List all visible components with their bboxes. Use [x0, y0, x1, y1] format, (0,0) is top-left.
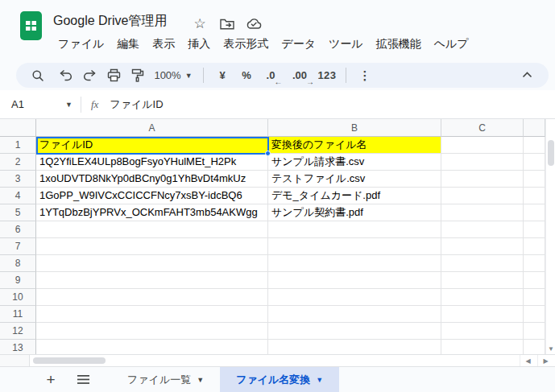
- cell[interactable]: [36, 289, 268, 306]
- column-header-C[interactable]: C: [441, 119, 524, 137]
- row-header-2[interactable]: 2: [0, 154, 36, 171]
- format-currency-button[interactable]: ¥: [210, 65, 234, 86]
- menu-item-3[interactable]: 挿入: [181, 35, 217, 54]
- cloud-saved-icon[interactable]: [246, 15, 262, 31]
- cell[interactable]: [36, 238, 268, 255]
- cell[interactable]: サンプル請求書.csv: [268, 154, 441, 171]
- cell[interactable]: [36, 221, 268, 238]
- sheet-tab-0[interactable]: ファイル一覧▼: [111, 367, 220, 392]
- column-header-partial[interactable]: [524, 119, 545, 137]
- cell[interactable]: [268, 289, 441, 306]
- cell[interactable]: [441, 306, 524, 323]
- cell[interactable]: [36, 340, 268, 354]
- cell[interactable]: デモ_タイムカード.pdf: [268, 188, 441, 204]
- row-header-13[interactable]: 13: [0, 340, 36, 354]
- sheet-tab-1[interactable]: ファイル名変換▼: [220, 367, 339, 392]
- menu-item-5[interactable]: データ: [275, 35, 322, 54]
- all-sheets-button[interactable]: [71, 367, 95, 392]
- menu-item-7[interactable]: 拡張機能: [370, 35, 428, 54]
- vertical-scrollbar[interactable]: ▼: [545, 119, 555, 354]
- row-header-11[interactable]: 11: [0, 306, 36, 323]
- cell[interactable]: [524, 238, 545, 255]
- cell[interactable]: [268, 323, 441, 340]
- cell[interactable]: ファイルID: [36, 137, 268, 154]
- print-button[interactable]: [101, 65, 126, 86]
- row-header-12[interactable]: 12: [0, 323, 36, 340]
- row-header-10[interactable]: 10: [0, 289, 36, 306]
- cell[interactable]: [441, 204, 524, 221]
- cell[interactable]: [524, 306, 545, 323]
- row-header-9[interactable]: 9: [0, 272, 36, 289]
- cell[interactable]: [441, 272, 524, 289]
- format-percent-button[interactable]: %: [234, 65, 259, 86]
- menu-item-4[interactable]: 表示形式: [217, 35, 275, 54]
- formula-input[interactable]: ファイルID: [110, 97, 163, 112]
- menu-item-0[interactable]: ファイル: [52, 35, 110, 54]
- cell[interactable]: [441, 154, 524, 171]
- menu-item-1[interactable]: 編集: [110, 35, 146, 54]
- cell[interactable]: [524, 272, 545, 289]
- column-header-B[interactable]: B: [268, 119, 441, 137]
- cell[interactable]: [524, 137, 545, 154]
- cell[interactable]: [441, 188, 524, 204]
- document-title[interactable]: Google Drive管理用: [53, 13, 167, 30]
- row-header-5[interactable]: 5: [0, 204, 36, 221]
- row-header-8[interactable]: 8: [0, 255, 36, 272]
- star-icon[interactable]: ☆: [192, 15, 208, 31]
- cell[interactable]: 1YTqDbzBjYPRVx_OCKmFAHT3mb54AKWgg: [36, 204, 268, 221]
- cell[interactable]: [441, 238, 524, 255]
- decrease-decimal-button[interactable]: .0←: [259, 65, 283, 86]
- search-button[interactable]: [23, 65, 53, 86]
- cell[interactable]: [36, 255, 268, 272]
- cell[interactable]: [441, 255, 524, 272]
- row-header-3[interactable]: 3: [0, 171, 36, 188]
- cell[interactable]: [524, 255, 545, 272]
- select-all-corner[interactable]: [0, 119, 36, 137]
- row-header-1[interactable]: 1: [0, 137, 36, 154]
- cell[interactable]: [268, 221, 441, 238]
- cell[interactable]: [268, 272, 441, 289]
- horizontal-scrollbar-thumb[interactable]: [33, 357, 106, 364]
- scroll-right-icon[interactable]: ▶: [537, 355, 553, 366]
- cell[interactable]: [524, 221, 545, 238]
- cell[interactable]: [36, 323, 268, 340]
- cell[interactable]: [524, 154, 545, 171]
- add-sheet-button[interactable]: +: [39, 367, 63, 392]
- more-vertical-icon[interactable]: ⋮: [353, 65, 377, 86]
- horizontal-scrollbar[interactable]: ◀ ▶: [0, 354, 555, 367]
- vertical-scrollbar-thumb[interactable]: [548, 140, 554, 166]
- cell[interactable]: [441, 340, 524, 354]
- cell[interactable]: [524, 171, 545, 188]
- cell[interactable]: [268, 238, 441, 255]
- cell[interactable]: [524, 188, 545, 204]
- number-format-button[interactable]: 123: [315, 65, 339, 86]
- row-header-4[interactable]: 4: [0, 188, 36, 204]
- cell[interactable]: [268, 340, 441, 354]
- menu-item-2[interactable]: 表示: [146, 35, 181, 54]
- fill-handle[interactable]: [265, 151, 271, 156]
- cell[interactable]: テストファイル.csv: [268, 171, 441, 188]
- cell[interactable]: サンプル契約書.pdf: [268, 204, 441, 221]
- cell[interactable]: 1Q2YfiLEX4ULp8BogFsyoYHulMEt_H2Pk: [36, 154, 268, 171]
- scroll-down-icon[interactable]: ▼: [546, 345, 555, 353]
- cell[interactable]: [441, 323, 524, 340]
- scroll-left-icon[interactable]: ◀: [520, 355, 536, 366]
- cell[interactable]: [441, 289, 524, 306]
- row-header-6[interactable]: 6: [0, 221, 36, 238]
- column-header-A[interactable]: A: [36, 119, 268, 137]
- cell[interactable]: [524, 340, 545, 354]
- zoom-select[interactable]: 100% ▼: [150, 65, 197, 86]
- cell[interactable]: 1GoPP_W9IVCxCCICCFNcy7xsBY-idcBQ6: [36, 188, 268, 204]
- undo-button[interactable]: [53, 65, 77, 86]
- paint-format-button[interactable]: [126, 65, 150, 86]
- menu-item-6[interactable]: ツール: [322, 35, 370, 54]
- increase-decimal-button[interactable]: .00→: [288, 65, 312, 86]
- cell[interactable]: [441, 171, 524, 188]
- cell[interactable]: [36, 272, 268, 289]
- cell[interactable]: 変換後のファイル名: [268, 137, 441, 154]
- collapse-toolbar-button[interactable]: [515, 64, 539, 85]
- cell[interactable]: [524, 323, 545, 340]
- name-box[interactable]: A1 ▼: [0, 90, 81, 118]
- row-header-7[interactable]: 7: [0, 238, 36, 255]
- cell[interactable]: [524, 204, 545, 221]
